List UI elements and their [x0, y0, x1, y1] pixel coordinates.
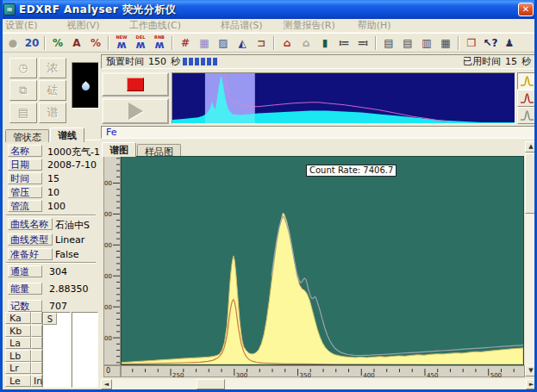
element-input[interactable]: Fe — [101, 126, 537, 139]
info-field-value: 10 — [47, 187, 59, 198]
timer-button: ◷ — [9, 58, 37, 78]
progress-block — [195, 58, 199, 65]
element-analyze-icon[interactable]: A — [67, 34, 86, 51]
toolbar-separator — [172, 36, 173, 50]
info-field-label: 能量 — [8, 283, 42, 295]
peak-red-button[interactable] — [517, 90, 537, 107]
chart-view-icon-glyph: ▨ — [218, 38, 228, 48]
print-setup-icon-glyph: ▤ — [403, 38, 412, 48]
info-field-value: 2.88350 — [49, 283, 89, 295]
chart-view-icon[interactable]: ▨ — [214, 34, 233, 51]
help-book-icon[interactable]: ❐ — [462, 34, 481, 51]
acquisition-time-bar: 预置时间 150 秒 已用时间 15 秒 — [101, 54, 536, 69]
progress-block — [207, 58, 211, 65]
title-bar: ≈ EDXRF Analyser 荧光分析仪 ✕ — [0, 0, 537, 19]
peak-gray-button[interactable] — [517, 107, 537, 124]
info-field-label: 通道 — [8, 265, 42, 277]
concentration-percent-icon[interactable]: % — [48, 34, 67, 51]
h-scrollbar-track[interactable] — [101, 379, 537, 389]
elapsed-time-label: 已用时间 — [463, 55, 501, 68]
context-help-icon-glyph: ↖? — [483, 38, 497, 48]
tab-left-1[interactable]: 谱线 — [50, 128, 84, 142]
scroll-down-button[interactable]: ▼ — [525, 365, 537, 376]
database-icon[interactable]: ▮ — [315, 34, 334, 51]
h-scrollbar-thumb[interactable] — [197, 379, 225, 389]
menu-item-2[interactable]: 工作曲线(C) — [124, 18, 186, 33]
info-field-label: 曲线名称 — [8, 218, 53, 230]
svg-text:500: 500 — [490, 372, 502, 379]
user-icon[interactable]: ♟ — [500, 34, 519, 51]
svg-text:1200: 1200 — [104, 180, 112, 187]
tab-left-0[interactable]: 管状态 — [5, 129, 49, 142]
value-list[interactable] — [72, 312, 98, 388]
info-field: 曲线名称石油中S — [8, 218, 99, 233]
spectrum-chart[interactable] — [121, 156, 524, 365]
info-field: 管流100 — [8, 200, 99, 214]
ratio-percent-icon[interactable]: % — [86, 34, 105, 51]
display-mode-buttons — [517, 72, 537, 124]
expand-region-icon-glyph: ⊐ — [257, 38, 265, 48]
info-field-label: 记数 — [8, 300, 42, 312]
preset-time-icon[interactable]: 20 — [22, 34, 41, 51]
context-help-icon[interactable]: ↖? — [481, 34, 500, 51]
expand-region-icon[interactable]: ⊐ — [252, 34, 271, 51]
info-field-value: 1000充气-1 — [47, 146, 100, 159]
start-button[interactable] — [102, 98, 169, 124]
delete-spectrum-icon-glyph: ʍ — [135, 40, 145, 50]
list-compare-icon[interactable]: ≕ — [353, 34, 372, 51]
scroll-left-button[interactable]: ◄ — [101, 379, 112, 389]
print-preview-icon-glyph: ▥ — [421, 38, 431, 48]
rename-spectrum-icon[interactable]: RNBʍ — [150, 34, 169, 51]
toolbar-separator — [108, 36, 109, 50]
toolbar-separator — [375, 36, 377, 50]
menu-item-1[interactable]: 视图(V) — [62, 18, 105, 33]
close-button[interactable]: ✕ — [518, 3, 534, 16]
peak-triangle-icon[interactable]: ◭ — [233, 34, 252, 51]
v-scrollbar-thumb[interactable] — [525, 153, 537, 214]
tab-chart-0[interactable]: 谱图 — [102, 142, 136, 157]
database-icon-glyph: ▮ — [322, 38, 328, 48]
side-button-panel: ◷浓⧉砝▤谱 — [6, 54, 70, 124]
tab-chart-1[interactable]: 样品图 — [137, 144, 181, 157]
scroll-right-button[interactable]: ► — [526, 379, 537, 389]
left-tab-strip: 管状态谱线 — [5, 126, 100, 140]
info-field-value: 石油中S — [55, 219, 90, 232]
concentration-percent-icon-glyph: % — [53, 38, 63, 48]
home-icon-glyph: ⌂ — [284, 38, 291, 48]
peak-red-icon — [520, 93, 534, 103]
peak-yellow-button[interactable] — [517, 72, 537, 90]
toolbar-group: NEWʍDELʍRNBʍ — [112, 34, 169, 51]
new-spectrum-icon-glyph: ʍ — [116, 40, 126, 50]
list-detail-icon[interactable]: ≔ — [334, 34, 353, 51]
concentration-button-icon: 浓 — [47, 61, 59, 74]
home-disabled-icon[interactable]: ⌂ — [297, 34, 315, 51]
calibrate-grid-icon[interactable]: # — [176, 34, 195, 51]
new-spectrum-icon[interactable]: NEWʍ — [112, 34, 131, 51]
svg-text:1000: 1000 — [104, 211, 112, 218]
menu-item-5[interactable]: 帮助(H) — [353, 18, 397, 33]
menu-item-4[interactable]: 测量报告(R) — [278, 18, 340, 33]
print-icon[interactable]: ▤ — [379, 34, 398, 51]
elapsed-time-unit: 秒 — [521, 55, 531, 68]
peak-yellow-icon — [520, 76, 534, 86]
toolbar-separator — [458, 36, 459, 50]
info-field: 能量2.88350 — [8, 283, 99, 300]
home-icon[interactable]: ⌂ — [278, 34, 297, 51]
svg-text:400: 400 — [104, 304, 112, 311]
print-preview-icon[interactable]: ▥ — [417, 34, 436, 51]
scroll-up-button[interactable]: ▲ — [525, 141, 537, 152]
calculator-icon[interactable]: ▦ — [436, 34, 455, 51]
stop-button[interactable] — [102, 72, 169, 96]
svg-text:250: 250 — [172, 372, 184, 379]
info-field-label: 曲线类型 — [8, 233, 53, 246]
delete-spectrum-icon[interactable]: DELʍ — [131, 34, 150, 51]
print-setup-icon[interactable]: ▤ — [398, 34, 417, 51]
report-button: ▤ — [9, 103, 37, 123]
play-icon — [128, 103, 143, 120]
region-select-icon[interactable]: ▦ — [195, 34, 214, 51]
menu-item-3[interactable]: 样品谱(S) — [215, 18, 268, 33]
menu-item-0[interactable]: 设置(E) — [0, 18, 43, 33]
weight-button-icon: 砝 — [47, 84, 59, 96]
spectrum-preview — [172, 72, 515, 124]
toolbar-group: ❐↖?♟ — [462, 34, 519, 51]
